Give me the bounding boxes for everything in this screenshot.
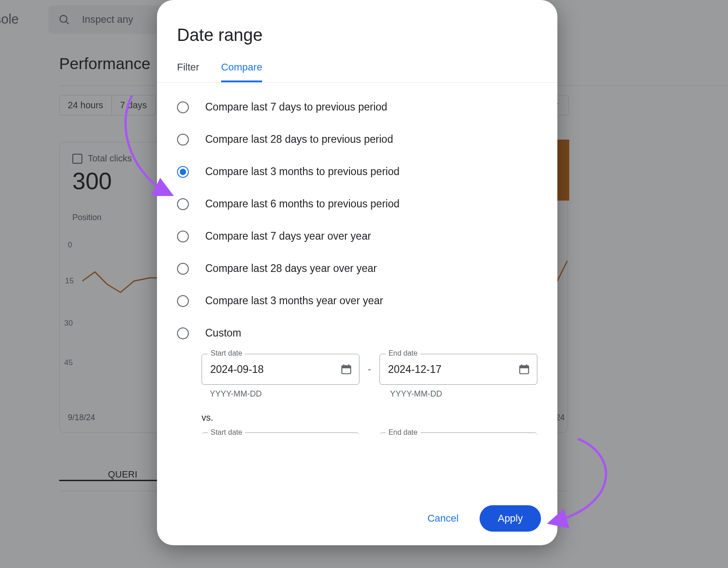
radio-icon: [177, 166, 189, 178]
radio-option-7d-prev[interactable]: Compare last 7 days to previous period: [177, 91, 537, 123]
date-inputs-primary: Start date - End date: [202, 354, 537, 385]
radio-option-6m-prev[interactable]: Compare last 6 months to previous period: [177, 188, 537, 220]
modal-actions: Cancel Apply: [419, 505, 541, 532]
start-date-field-2[interactable]: Start date: [202, 432, 359, 443]
end-date-input[interactable]: [379, 354, 537, 385]
radio-label: Compare last 6 months to previous period: [205, 198, 399, 210]
radio-label: Compare last 7 days year over year: [205, 230, 371, 242]
radio-option-custom[interactable]: Custom: [177, 317, 537, 349]
modal-title: Date range: [177, 25, 537, 45]
start-date-input[interactable]: [202, 354, 359, 385]
start-date-label-2: Start date: [208, 428, 245, 437]
radio-option-7d-yoy[interactable]: Compare last 7 days year over year: [177, 220, 537, 252]
tab-compare[interactable]: Compare: [221, 61, 262, 82]
radio-label: Compare last 3 months to previous period: [205, 166, 399, 178]
radio-option-28d-prev[interactable]: Compare last 28 days to previous period: [177, 123, 537, 156]
end-date-label-2: End date: [386, 428, 420, 437]
start-date-field[interactable]: Start date: [202, 354, 359, 385]
date-inputs-secondary: Start date - End date: [202, 432, 537, 444]
modal-tabs: Filter Compare: [157, 61, 557, 83]
cancel-button[interactable]: Cancel: [419, 506, 466, 531]
radio-icon: [177, 295, 189, 307]
radio-option-3m-yoy[interactable]: Compare last 3 months year over year: [177, 285, 537, 317]
radio-option-3m-prev[interactable]: Compare last 3 months to previous period: [177, 156, 537, 188]
radio-icon: [177, 198, 189, 210]
date-range-modal: Date range Filter Compare Compare last 7…: [157, 0, 557, 545]
apply-button[interactable]: Apply: [480, 505, 541, 532]
start-date-label: Start date: [208, 349, 245, 357]
radio-label: Compare last 28 days to previous period: [205, 133, 393, 146]
radio-label: Custom: [205, 327, 241, 339]
end-date-label: End date: [386, 349, 420, 357]
date-separator: -: [368, 363, 371, 375]
end-date-field-2[interactable]: End date: [379, 432, 537, 443]
calendar-icon[interactable]: [340, 363, 352, 375]
radio-icon: [177, 327, 189, 339]
radio-icon: [177, 134, 189, 146]
end-date-format: YYYY-MM-DD: [390, 389, 442, 399]
radio-label: Compare last 7 days to previous period: [205, 101, 387, 113]
end-date-field[interactable]: End date: [379, 354, 537, 385]
radio-icon: [177, 231, 189, 242]
radio-icon: [177, 263, 189, 275]
svg-rect-7: [520, 366, 529, 368]
start-date-format: YYYY-MM-DD: [210, 389, 262, 399]
calendar-icon[interactable]: [518, 363, 530, 375]
svg-rect-3: [342, 366, 351, 368]
radio-label: Compare last 28 days year over year: [205, 262, 377, 275]
radio-option-28d-yoy[interactable]: Compare last 28 days year over year: [177, 252, 537, 285]
compare-options: Compare last 7 days to previous period C…: [177, 91, 537, 349]
radio-icon: [177, 101, 189, 113]
tab-filter[interactable]: Filter: [177, 61, 199, 82]
vs-label: vs.: [202, 412, 537, 423]
radio-label: Compare last 3 months year over year: [205, 295, 383, 307]
